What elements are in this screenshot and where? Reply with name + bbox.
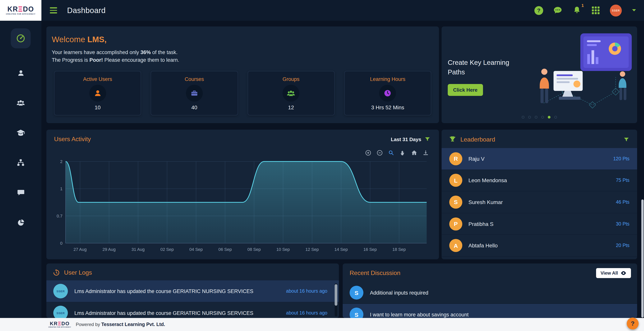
svg-text:02 Sep: 02 Sep <box>160 247 174 252</box>
leaderboard-title: Leaderboard <box>460 136 495 143</box>
bell-icon[interactable]: 1 <box>572 6 582 15</box>
svg-text:0: 0 <box>60 241 62 246</box>
filter-icon[interactable] <box>424 136 430 142</box>
user-icon <box>89 85 106 102</box>
pan-icon[interactable] <box>400 150 406 156</box>
clock-icon <box>379 85 396 102</box>
avatar: L <box>449 174 462 187</box>
avatar: S <box>350 307 364 318</box>
stat-value: 12 <box>288 104 294 111</box>
users-activity-chart[interactable]: 00.71227 Aug29 Aug31 Aug02 Sep04 Sep06 S… <box>54 160 430 255</box>
leaderboard-row[interactable]: R Raju V 120 Pts <box>442 148 637 170</box>
zoom-in-icon[interactable] <box>365 150 372 156</box>
logs-scrollbar-thumb[interactable] <box>335 284 337 306</box>
svg-text:06 Sep: 06 Sep <box>218 247 232 252</box>
sidebar-item-courses[interactable] <box>15 127 26 138</box>
carousel-dots <box>442 116 637 119</box>
caret-down-icon[interactable] <box>632 9 636 12</box>
discussion-list: S Additional inputs required S I want to… <box>343 282 637 318</box>
stat-active-users[interactable]: Active Users 10 <box>54 71 141 115</box>
promo-title: Create Key Learning Paths <box>448 58 517 77</box>
carousel-dot-active[interactable] <box>548 116 550 119</box>
user-logs-title: User Logs <box>64 269 92 276</box>
users-activity-card: Users Activity Last 31 Days 00.71227 Aug… <box>46 130 439 259</box>
sidebar-item-reports[interactable] <box>15 217 26 228</box>
briefcase-icon <box>186 85 203 102</box>
users-activity-title: Users Activity <box>54 136 91 143</box>
footer: KRΞDO CREATED FOR EFFICIENCY Powered by … <box>0 318 644 331</box>
view-all-button[interactable]: View All <box>596 268 631 278</box>
floating-help-button[interactable]: ? <box>627 317 639 329</box>
chat-icon[interactable] <box>553 6 562 15</box>
leaderboard-row[interactable]: S Suresh Kumar 46 Pts <box>442 191 637 213</box>
stat-value: 40 <box>191 104 197 111</box>
brand-tagline: CREATED FOR EFFICIENCY <box>6 13 36 15</box>
history-icon <box>52 269 60 276</box>
avatar: R <box>449 152 462 165</box>
stat-label: Courses <box>184 76 204 82</box>
carousel-dot[interactable] <box>535 116 538 119</box>
selection-zoom-icon[interactable] <box>388 150 394 156</box>
log-message: Lms Administrator has updated the course… <box>74 310 280 316</box>
leaderboard-name: Abtafa Hello <box>468 242 610 248</box>
leaderboard-row[interactable]: P Pratibha S 30 Pts <box>442 213 637 235</box>
leaderboard-points: 20 Pts <box>616 243 630 248</box>
welcome-heading: Welcome LMS, <box>52 35 434 44</box>
brand-logo[interactable]: KRΞDO CREATED FOR EFFICIENCY <box>0 0 42 21</box>
stat-label: Learning Hours <box>370 76 406 82</box>
welcome-line-1: Your learners have accomplished only 36%… <box>52 49 434 56</box>
avatar: P <box>449 217 462 230</box>
stat-learning-hours[interactable]: Learning Hours 3 Hrs 52 Mins <box>344 71 432 115</box>
download-icon[interactable] <box>422 150 429 156</box>
discussion-row[interactable]: S Additional inputs required <box>343 282 637 304</box>
user-log-row[interactable]: SSER Lms Administrator has updated the c… <box>46 302 339 318</box>
leaderboard-name: Raju V <box>468 156 607 162</box>
leaderboard-row[interactable]: L Leon Mendonsa 75 Pts <box>442 170 637 191</box>
sidebar-item-groups[interactable] <box>15 97 26 108</box>
discussion-row[interactable]: S I want to learn more about savings acc… <box>343 304 637 318</box>
leaderboard-name: Leon Mendonsa <box>468 177 610 184</box>
svg-text:29 Aug: 29 Aug <box>102 247 116 252</box>
promo-card: Create Key Learning Paths Click Here <box>442 27 637 123</box>
help-icon[interactable]: ? <box>534 6 543 15</box>
app-root: KRΞDO CREATED FOR EFFICIENCY Dashboard ?… <box>0 0 644 331</box>
view-all-label: View All <box>600 270 618 276</box>
user-avatar[interactable]: SSER <box>610 5 622 16</box>
topbar: KRΞDO CREATED FOR EFFICIENCY Dashboard ?… <box>0 0 644 21</box>
page-scrollbar-thumb[interactable] <box>641 199 644 317</box>
avatar: S <box>449 196 462 209</box>
stat-value: 3 Hrs 52 Mins <box>371 104 404 111</box>
leaderboard-name: Suresh Kumar <box>468 199 610 205</box>
sidebar-item-discussions[interactable] <box>15 187 26 198</box>
discussion-message: Additional inputs required <box>370 290 428 295</box>
filter-icon[interactable] <box>623 136 630 143</box>
zoom-out-icon[interactable] <box>376 150 383 156</box>
notification-badge: 1 <box>582 3 584 8</box>
menu-toggle-icon[interactable] <box>48 6 59 15</box>
carousel-dot[interactable] <box>522 116 524 119</box>
svg-text:14 Sep: 14 Sep <box>334 247 348 252</box>
stat-courses[interactable]: Courses 40 <box>151 71 238 115</box>
leaderboard-row[interactable]: A Abtafa Hello 20 Pts <box>442 235 637 257</box>
svg-text:08 Sep: 08 Sep <box>248 247 261 252</box>
svg-text:10 Sep: 10 Sep <box>276 247 290 252</box>
sidebar-item-dashboard[interactable] <box>11 28 31 48</box>
svg-text:2: 2 <box>60 160 62 164</box>
home-icon[interactable] <box>411 150 418 156</box>
svg-text:04 Sep: 04 Sep <box>189 247 203 252</box>
topbar-actions: ? 1 SSER <box>534 5 644 16</box>
chart-toolbar <box>365 150 429 156</box>
carousel-dot[interactable] <box>528 116 531 119</box>
promo-click-here-button[interactable]: Click Here <box>448 84 483 96</box>
user-log-row[interactable]: SSER Lms Administrator has updated the c… <box>46 280 339 302</box>
carousel-dot[interactable] <box>541 116 544 119</box>
sidebar-item-users[interactable] <box>15 68 26 78</box>
recent-discussion-title: Recent Discussion <box>350 270 596 276</box>
logs-scrollbar[interactable] <box>335 283 337 316</box>
avatar: SSER <box>53 306 68 318</box>
stat-groups[interactable]: Groups 12 <box>248 71 335 115</box>
recent-discussion-card: Recent Discussion View All S Additional … <box>343 263 637 318</box>
carousel-dot[interactable] <box>554 116 557 119</box>
sidebar-item-hierarchy[interactable] <box>15 157 26 168</box>
apps-grid-icon[interactable] <box>592 6 600 15</box>
